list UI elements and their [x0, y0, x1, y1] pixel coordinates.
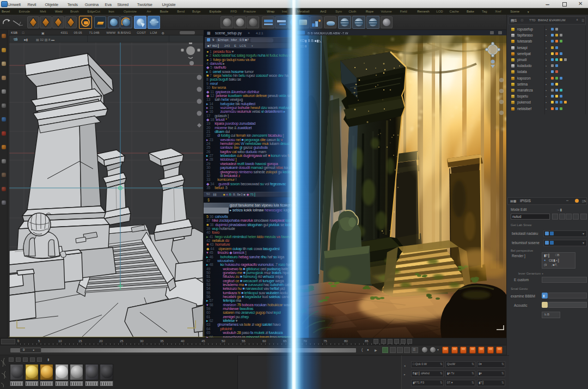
svg-text:55: 55: [242, 339, 246, 343]
svg-text:40: 40: [181, 339, 185, 343]
svg-text:50: 50: [222, 339, 225, 343]
svg-text:45: 45: [201, 339, 205, 343]
svg-text:65: 65: [283, 339, 287, 343]
svg-text:80: 80: [344, 339, 348, 343]
svg-text:70: 70: [303, 339, 307, 343]
svg-text:30: 30: [140, 339, 144, 343]
svg-text:KD▮ B B ■▮◺: KD▮ B B ■▮◺: [300, 39, 321, 42]
svg-text:5: 5: [38, 339, 40, 343]
svg-text:85: 85: [365, 339, 369, 343]
svg-text:60: 60: [262, 339, 266, 343]
svg-text:10: 10: [58, 339, 62, 343]
svg-text:20: 20: [99, 339, 103, 343]
svg-text:25: 25: [120, 339, 124, 343]
svg-text:15: 15: [78, 339, 82, 343]
svg-text:75: 75: [323, 339, 327, 343]
svg-text:B B MMJEKUUB ABW -7.W: B B MMJEKUUB ABW -7.W: [308, 32, 348, 35]
svg-text:0: 0: [17, 339, 20, 343]
svg-text:35: 35: [160, 339, 164, 343]
svg-text:□□ 8: □□ 8: [300, 45, 307, 48]
